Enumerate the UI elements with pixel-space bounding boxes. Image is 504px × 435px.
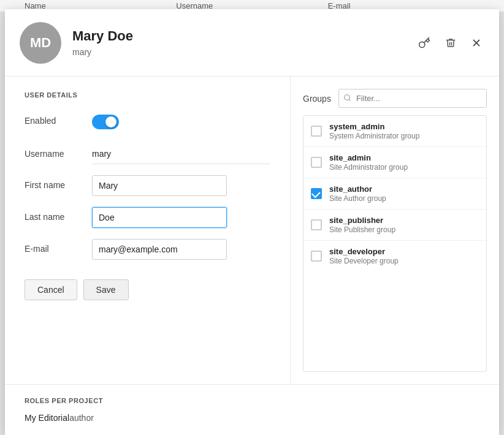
groups-list: system_adminSystem Administrator groupsi… (303, 115, 487, 372)
group-item-site_publisher[interactable]: site_publisherSite Publisher group (304, 210, 486, 241)
group-name-site_publisher: site_publisher (329, 216, 479, 225)
checkbox-site_publisher (311, 219, 322, 230)
modal-header: MD Mary Doe mary (5, 9, 499, 77)
save-button[interactable]: Save (83, 279, 129, 300)
delete-button[interactable] (443, 34, 459, 51)
user-full-name: Mary Doe (72, 28, 416, 44)
user-details-panel: USER DETAILS Enabled Username mary (5, 77, 291, 384)
enabled-toggle-wrap (92, 111, 270, 133)
enabled-field: Enabled (25, 111, 270, 133)
username-field: Username mary (25, 144, 270, 164)
firstname-field: First name (25, 175, 270, 196)
username-label: Username (25, 144, 92, 159)
role-value: author (69, 413, 94, 423)
cancel-button[interactable]: Cancel (25, 279, 77, 300)
svg-line-4 (349, 99, 350, 100)
modal-body: USER DETAILS Enabled Username mary (5, 77, 499, 384)
user-username-display: mary (72, 47, 416, 57)
group-item-site_author[interactable]: site_authorSite Author group (304, 178, 486, 210)
group-name-system_admin: system_admin (329, 122, 479, 131)
email-field: E-mail (25, 239, 270, 260)
enabled-toggle[interactable] (92, 115, 119, 129)
user-modal: MD Mary Doe mary (5, 9, 499, 435)
key-button[interactable] (416, 34, 433, 51)
role-project: My Editorial (25, 413, 69, 423)
avatar: MD (20, 22, 61, 64)
user-details-title: USER DETAILS (25, 91, 270, 99)
group-item-site_admin[interactable]: site_adminSite Administrator group (304, 147, 486, 178)
form-actions: Cancel Save (25, 274, 270, 300)
role-row: My Editorialauthor (25, 413, 479, 423)
groups-filter-input[interactable] (338, 89, 487, 108)
user-info: Mary Doe mary (72, 28, 416, 56)
checkbox-site_admin (311, 157, 322, 168)
username-value: mary (92, 144, 270, 164)
group-desc-system_admin: System Administrator group (329, 132, 479, 140)
group-name-site_admin: site_admin (329, 153, 479, 162)
groups-panel: Groups system_adminSystem Administrator … (291, 77, 499, 384)
group-item-site_developer[interactable]: site_developerSite Developer group (304, 241, 486, 271)
groups-label: Groups (303, 94, 331, 104)
group-name-site_author: site_author (329, 184, 479, 194)
checkbox-system_admin (311, 126, 322, 137)
lastname-field: Last name (25, 207, 270, 228)
avatar-initials: MD (30, 35, 51, 51)
roles-title: ROLES PER PROJECT (25, 397, 479, 404)
group-desc-site_author: Site Author group (329, 194, 479, 203)
groups-header: Groups (303, 89, 487, 108)
firstname-label: First name (25, 175, 92, 190)
group-item-system_admin[interactable]: system_adminSystem Administrator group (304, 116, 486, 147)
enabled-label: Enabled (25, 111, 92, 126)
header-actions (416, 34, 484, 51)
lastname-label: Last name (25, 207, 92, 222)
lastname-input[interactable] (92, 207, 227, 228)
group-desc-site_developer: Site Developer group (329, 257, 479, 265)
group-desc-site_admin: Site Administrator group (329, 163, 479, 172)
email-label: E-mail (25, 239, 92, 254)
group-desc-site_publisher: Site Publisher group (329, 225, 479, 234)
role-row: My Editorialauthor (25, 413, 131, 423)
filter-icon (343, 94, 351, 104)
email-input[interactable] (92, 239, 227, 260)
modal-footer: ROLES PER PROJECT My Editorialauthor (5, 384, 499, 435)
group-name-site_developer: site_developer (329, 247, 479, 256)
close-button[interactable] (468, 35, 484, 51)
checkbox-site_author (311, 188, 322, 199)
checkbox-site_developer (311, 251, 322, 262)
firstname-input[interactable] (92, 175, 227, 196)
